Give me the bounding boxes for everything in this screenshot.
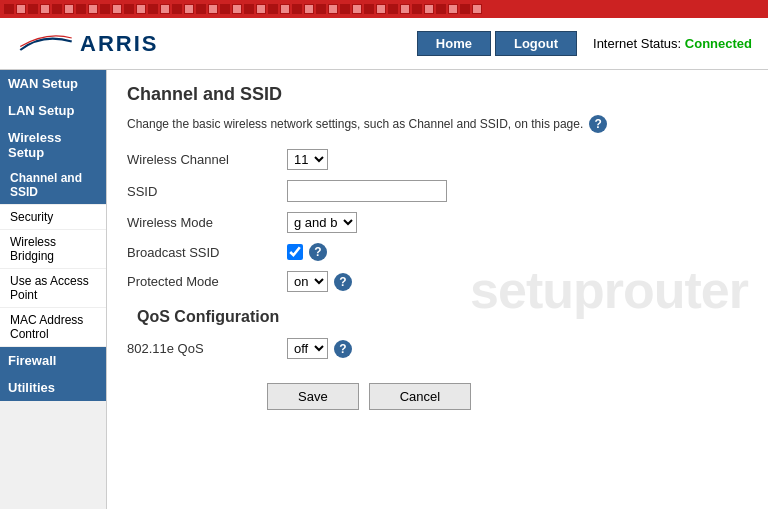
wireless-channel-label: Wireless Channel: [127, 152, 287, 167]
sq: [364, 4, 374, 14]
sq: [184, 4, 194, 14]
broadcast-ssid-checkbox[interactable]: [287, 244, 303, 260]
sidebar-section-utilities[interactable]: Utilities: [0, 374, 106, 401]
sidebar-item-mac-address[interactable]: MAC Address Control: [0, 308, 106, 347]
sq: [256, 4, 266, 14]
sidebar-section-firewall[interactable]: Firewall: [0, 347, 106, 374]
wireless-mode-label: Wireless Mode: [127, 215, 287, 230]
sidebar-item-access-point[interactable]: Use as Access Point: [0, 269, 106, 308]
sidebar-section-wan[interactable]: WAN Setup: [0, 70, 106, 97]
wireless-mode-select[interactable]: g and b g only b only: [287, 212, 357, 233]
qos-label: 802.11e QoS: [127, 341, 287, 356]
sq: [88, 4, 98, 14]
sq: [292, 4, 302, 14]
sq: [436, 4, 446, 14]
internet-status-label: Internet Status: Connected: [593, 36, 752, 51]
sq: [304, 4, 314, 14]
qos-help-icon[interactable]: ?: [334, 340, 352, 358]
home-button[interactable]: Home: [417, 31, 491, 56]
logo-area: ARRIS: [16, 30, 158, 58]
save-button[interactable]: Save: [267, 383, 359, 410]
sidebar-item-security[interactable]: Security: [0, 205, 106, 230]
sq: [148, 4, 158, 14]
sq: [388, 4, 398, 14]
sq: [220, 4, 230, 14]
broadcast-ssid-label: Broadcast SSID: [127, 245, 287, 260]
button-row: Save Cancel: [127, 383, 748, 410]
sq: [460, 4, 470, 14]
page-description: Change the basic wireless network settin…: [127, 115, 748, 133]
wireless-channel-select[interactable]: 1 2 3 4 5 6 7 8 9 10 11 12 13: [287, 149, 328, 170]
sq: [232, 4, 242, 14]
sq: [268, 4, 278, 14]
wireless-mode-row: Wireless Mode g and b g only b only: [127, 212, 748, 233]
sq: [112, 4, 122, 14]
sq: [172, 4, 182, 14]
broadcast-ssid-help-icon[interactable]: ?: [309, 243, 327, 261]
qos-section-header: QoS Configuration: [137, 308, 748, 326]
sq: [124, 4, 134, 14]
sq: [196, 4, 206, 14]
sq: [64, 4, 74, 14]
header: ARRIS Home Logout Internet Status: Conne…: [0, 18, 768, 70]
protected-mode-row: Protected Mode on off ?: [127, 271, 748, 292]
ssid-label: SSID: [127, 184, 287, 199]
sq: [424, 4, 434, 14]
logo-text: ARRIS: [80, 31, 158, 57]
protected-mode-select[interactable]: on off: [287, 271, 328, 292]
page-title: Channel and SSID: [127, 84, 748, 105]
sq: [208, 4, 218, 14]
description-help-icon[interactable]: ?: [589, 115, 607, 133]
sq: [400, 4, 410, 14]
nav-buttons: Home Logout Internet Status: Connected: [417, 31, 752, 56]
sq: [4, 4, 14, 14]
sq: [340, 4, 350, 14]
sq: [376, 4, 386, 14]
sidebar-item-channel-ssid[interactable]: Channel and SSID: [0, 166, 106, 205]
wireless-channel-row: Wireless Channel 1 2 3 4 5 6 7 8 9 10 11…: [127, 149, 748, 170]
protected-mode-label: Protected Mode: [127, 274, 287, 289]
sq: [472, 4, 482, 14]
cancel-button[interactable]: Cancel: [369, 383, 471, 410]
internet-status-value: Connected: [685, 36, 752, 51]
sq: [52, 4, 62, 14]
sq: [136, 4, 146, 14]
sq: [100, 4, 110, 14]
top-bar-squares: [4, 4, 482, 14]
top-decorative-bar: [0, 0, 768, 18]
sidebar-section-wireless[interactable]: Wireless Setup: [0, 124, 106, 166]
ssid-input[interactable]: [287, 180, 447, 202]
qos-row: 802.11e QoS off on ?: [127, 338, 748, 359]
sq: [40, 4, 50, 14]
logo-swoosh-icon: [16, 30, 76, 58]
ssid-row: SSID: [127, 180, 748, 202]
sq: [160, 4, 170, 14]
sq: [28, 4, 38, 14]
main-layout: WAN Setup LAN Setup Wireless Setup Chann…: [0, 70, 768, 509]
sidebar-item-wireless-bridging[interactable]: Wireless Bridging: [0, 230, 106, 269]
sq: [16, 4, 26, 14]
logout-button[interactable]: Logout: [495, 31, 577, 56]
content-area: setuprouter Channel and SSID Change the …: [107, 70, 768, 509]
protected-mode-help-icon[interactable]: ?: [334, 273, 352, 291]
sq: [352, 4, 362, 14]
sq: [448, 4, 458, 14]
sq: [244, 4, 254, 14]
sq: [280, 4, 290, 14]
sidebar-section-lan[interactable]: LAN Setup: [0, 97, 106, 124]
sq: [76, 4, 86, 14]
sq: [328, 4, 338, 14]
sq: [316, 4, 326, 14]
sidebar: WAN Setup LAN Setup Wireless Setup Chann…: [0, 70, 107, 509]
qos-select[interactable]: off on: [287, 338, 328, 359]
sq: [412, 4, 422, 14]
broadcast-ssid-row: Broadcast SSID ?: [127, 243, 748, 261]
